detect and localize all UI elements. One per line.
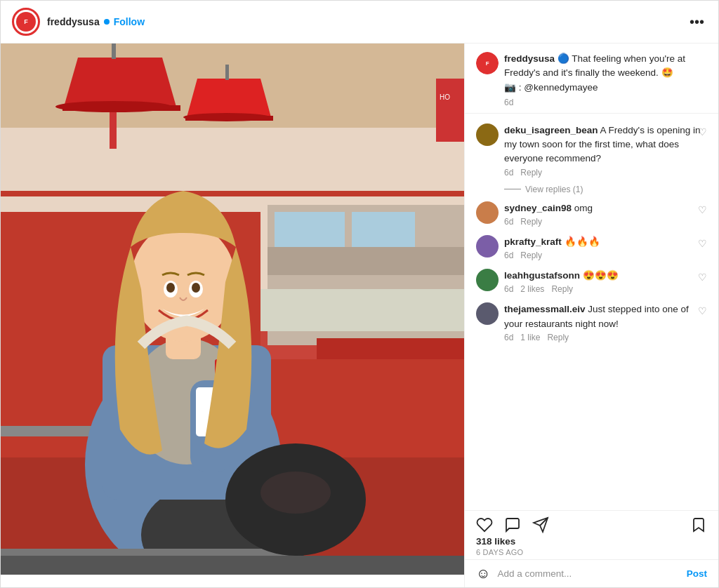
likes-count: 318 likes [476, 536, 707, 547]
comment-text-3: pkrafty_kraft 🔥🔥🔥 [504, 235, 707, 249]
svg-point-36 [166, 283, 175, 293]
action-bar: 318 likes 6 DAYS AGO [465, 510, 718, 559]
comment-reply-5[interactable]: Reply [547, 333, 569, 342]
action-icons-row [476, 516, 707, 533]
comment-content-4: leahhgustafsonn 😍😍😍 6d 2 likes Reply [504, 269, 707, 294]
comment-item-4: leahhgustafsonn 😍😍😍 6d 2 likes Reply ♡ [465, 265, 718, 298]
comment-meta-3: 6d Reply [504, 250, 707, 260]
svg-point-22 [183, 113, 270, 121]
comment-text-1: deku_isagreen_bean A Freddy's is opening… [504, 123, 707, 166]
comment-like-btn-3[interactable]: ♡ [698, 238, 707, 249]
post-container: F freddysusa Follow ••• [0, 0, 719, 588]
svg-rect-23 [436, 79, 464, 142]
comment-like-btn-5[interactable]: ♡ [698, 305, 707, 316]
more-button[interactable]: ••• [687, 14, 707, 30]
comment-button[interactable] [504, 516, 521, 533]
comment-username-3[interactable]: pkrafty_kraft [504, 236, 562, 247]
comment-username-2[interactable]: sydney_cain98 [504, 203, 572, 213]
comment-reply-4[interactable]: Reply [551, 284, 573, 294]
view-replies-1[interactable]: View replies (1) [465, 182, 718, 197]
post-caption-area: F freddysusa 🔵 That feeling when you're … [465, 44, 718, 114]
header-avatar[interactable]: F [12, 8, 40, 36]
verified-icon-caption: 🔵 [558, 53, 572, 64]
verified-icon [104, 19, 110, 25]
camera-credit[interactable]: 📷 : @kennedymayee [504, 82, 598, 93]
comment-like-btn-1[interactable]: ♡ [698, 126, 707, 138]
svg-point-37 [192, 283, 200, 293]
view-replies-text[interactable]: View replies (1) [525, 185, 583, 194]
header-info: freddysusa Follow [47, 16, 687, 27]
comment-time-4: 6d [504, 284, 513, 294]
comment-text-4: leahhgustafsonn 😍😍😍 [504, 269, 707, 283]
comment-avatar-5[interactable] [476, 302, 499, 325]
comment-content-2: sydney_cain98 omg 6d Reply [504, 201, 707, 227]
svg-point-21 [55, 101, 172, 112]
comment-item: deku_isagreen_bean A Freddy's is opening… [465, 119, 718, 182]
comment-username-1[interactable]: deku_isagreen_bean [504, 125, 598, 135]
avatar-logo: F [16, 12, 36, 32]
post-date: 6 DAYS AGO [476, 548, 707, 556]
caption-time: 6d [504, 98, 707, 107]
comment-body-4: 😍😍😍 [583, 270, 619, 281]
comment-like-btn-2[interactable]: ♡ [698, 204, 707, 215]
comment-meta-2: 6d Reply [504, 217, 707, 227]
comment-input[interactable] [497, 568, 679, 579]
comment-username-4[interactable]: leahhgustafsonn [504, 270, 580, 281]
comment-meta-1: 6d Reply [504, 168, 707, 178]
svg-point-41 [260, 472, 331, 514]
comment-likes-4: 2 likes [520, 284, 544, 294]
comment-content-1: deku_isagreen_bean A Freddy's is opening… [504, 123, 707, 178]
follow-button[interactable]: Follow [114, 16, 145, 27]
comment-avatar-2[interactable] [476, 201, 499, 224]
view-replies-line [504, 189, 521, 189]
add-comment-bar: ☺ Post [465, 559, 718, 587]
comment-item-3: pkrafty_kraft 🔥🔥🔥 6d Reply ♡ [465, 231, 718, 265]
comment-username-5[interactable]: thejamessmall.eiv [504, 304, 586, 314]
comment-time-5: 6d [504, 333, 513, 342]
bookmark-button[interactable] [690, 516, 707, 533]
caption-avatar[interactable]: F [476, 52, 499, 74]
svg-rect-17 [110, 107, 117, 149]
comment-item-5: thejamessmall.eiv Just stepped into one … [465, 298, 718, 347]
comment-avatar-1[interactable] [476, 123, 499, 146]
comment-time-1: 6d [504, 168, 513, 178]
comment-reply-3[interactable]: Reply [520, 250, 542, 260]
like-button[interactable] [476, 516, 493, 533]
svg-rect-9 [260, 289, 464, 331]
comment-avatar-4[interactable] [476, 269, 499, 291]
svg-rect-3 [1, 191, 464, 196]
comment-reply-2[interactable]: Reply [520, 217, 542, 227]
comment-text-2: sydney_cain98 omg [504, 201, 707, 215]
caption-username[interactable]: freddysusa [504, 53, 555, 64]
comment-avatar-3[interactable] [476, 235, 499, 258]
caption-avatar-logo: F [476, 52, 499, 74]
post-body: HO [1, 44, 718, 587]
comment-content-3: pkrafty_kraft 🔥🔥🔥 6d Reply [504, 235, 707, 260]
caption-text: freddysusa 🔵 That feeling when you're at… [504, 52, 707, 95]
svg-rect-7 [268, 247, 464, 275]
comment-reply-1[interactable]: Reply [520, 168, 542, 178]
post-right-panel: F freddysusa 🔵 That feeling when you're … [464, 44, 718, 587]
comment-text-5: thejamessmall.eiv Just stepped into one … [504, 302, 707, 331]
comment-body-3: 🔥🔥🔥 [565, 236, 600, 247]
post-comment-button[interactable]: Post [687, 568, 707, 579]
svg-rect-39 [1, 556, 464, 575]
svg-rect-19 [225, 65, 229, 80]
comment-time-3: 6d [504, 250, 513, 260]
svg-marker-18 [187, 79, 271, 117]
svg-rect-15 [112, 44, 116, 59]
comment-meta-5: 6d 1 like Reply [504, 333, 707, 342]
comments-section: deku_isagreen_bean A Freddy's is opening… [465, 114, 718, 510]
header-username[interactable]: freddysusa [47, 16, 100, 27]
comment-body-2: omg [574, 203, 593, 213]
comment-time-2: 6d [504, 217, 513, 227]
comment-like-btn-4[interactable]: ♡ [698, 272, 707, 283]
comment-item-2: sydney_cain98 omg 6d Reply ♡ [465, 197, 718, 231]
emoji-button[interactable]: ☺ [476, 566, 490, 582]
post-header: F freddysusa Follow ••• [1, 1, 718, 44]
comment-content-5: thejamessmall.eiv Just stepped into one … [504, 302, 707, 342]
comment-meta-4: 6d 2 likes Reply [504, 284, 707, 294]
svg-marker-14 [64, 58, 176, 107]
svg-text:HO: HO [440, 93, 450, 101]
share-button[interactable] [532, 516, 549, 533]
